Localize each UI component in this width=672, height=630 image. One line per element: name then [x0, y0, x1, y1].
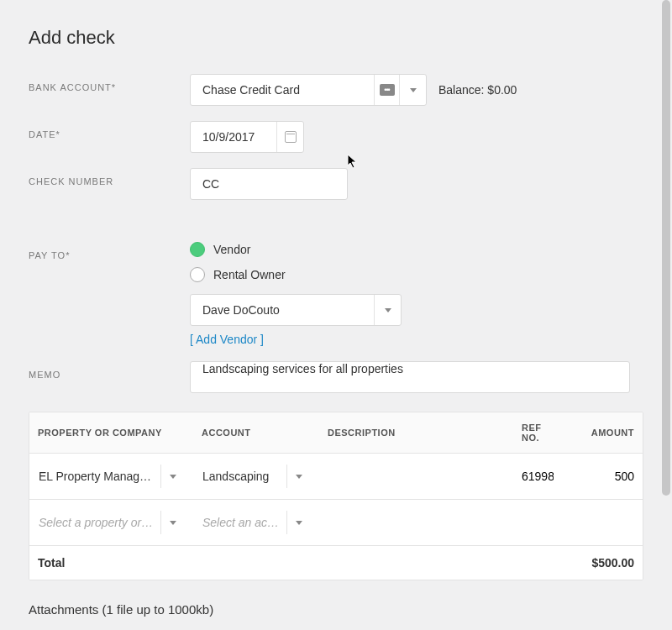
payee-select[interactable]: Dave DoCouto	[190, 294, 402, 326]
row1-property-value: EL Property Manage…	[39, 470, 155, 483]
label-date: DATE*	[29, 121, 190, 139]
label-check-number: CHECK NUMBER	[29, 168, 190, 186]
label-pay-to: PAY TO*	[29, 242, 190, 260]
radio-vendor[interactable]: Vendor	[190, 242, 402, 257]
th-ref: REF NO.	[513, 412, 562, 453]
row1-ref-input[interactable]	[522, 470, 554, 483]
row1-amount-input[interactable]	[570, 470, 634, 483]
row1-property-select[interactable]: EL Property Manage…	[38, 464, 185, 489]
label-bank-account: BANK ACCOUNT*	[29, 74, 190, 92]
bank-lookup-icon[interactable]	[374, 75, 399, 105]
bank-account-value: Chase Credit Card	[191, 83, 374, 97]
th-description: DESCRIPTION	[319, 412, 513, 453]
row2-description-input[interactable]	[328, 516, 505, 529]
row2-account-select[interactable]: Select an acc…	[202, 510, 311, 535]
table-row: Select a property or … Select an acc…	[29, 500, 643, 546]
row2-amount-input[interactable]	[570, 516, 634, 529]
row2-account-placeholder: Select an acc…	[202, 516, 281, 529]
row2-ref-input[interactable]	[522, 516, 554, 529]
check-number-field[interactable]	[202, 177, 335, 191]
th-account: ACCOUNT	[193, 412, 319, 453]
label-memo: MEMO	[29, 361, 190, 380]
date-input[interactable]: 10/9/2017	[190, 121, 304, 153]
check-number-input[interactable]	[190, 168, 348, 200]
line-items-table: PROPERTY OR COMPANY ACCOUNT DESCRIPTION …	[29, 412, 643, 580]
radio-vendor-label: Vendor	[213, 243, 250, 256]
radio-vendor-indicator	[190, 242, 205, 257]
calendar-icon[interactable]	[276, 122, 303, 152]
table-header: PROPERTY OR COMPANY ACCOUNT DESCRIPTION …	[29, 412, 643, 454]
chevron-down-icon[interactable]	[160, 511, 184, 534]
memo-input[interactable]	[190, 361, 630, 393]
table-row: EL Property Manage… Landscaping	[29, 454, 643, 500]
row2-property-placeholder: Select a property or …	[39, 516, 155, 529]
add-vendor-link[interactable]: [ Add Vendor ]	[190, 333, 402, 346]
label-text: PAY TO	[29, 250, 66, 260]
radio-rental-owner[interactable]: Rental Owner	[190, 267, 402, 282]
scrollbar-thumb[interactable]	[662, 0, 670, 496]
total-label: Total	[29, 546, 193, 580]
row1-description-input[interactable]	[328, 470, 505, 483]
memo-field[interactable]	[202, 362, 617, 375]
chevron-down-icon[interactable]	[399, 75, 426, 105]
total-value: $500.00	[562, 546, 643, 580]
radio-rental-owner-indicator	[190, 267, 205, 282]
chevron-down-icon[interactable]	[374, 295, 401, 325]
row1-account-select[interactable]: Landscaping	[202, 464, 311, 489]
row2-property-select[interactable]: Select a property or …	[38, 510, 185, 535]
scrollbar-track[interactable]	[660, 0, 672, 630]
th-property: PROPERTY OR COMPANY	[29, 412, 193, 453]
label-text: BANK ACCOUNT	[29, 82, 112, 92]
table-footer: Total $500.00	[29, 546, 643, 580]
page-title: Add check	[29, 27, 643, 49]
radio-rental-owner-label: Rental Owner	[213, 268, 286, 281]
chevron-down-icon[interactable]	[160, 465, 184, 488]
balance-label: Balance: $0.00	[438, 83, 517, 97]
chevron-down-icon[interactable]	[286, 511, 310, 534]
payee-value: Dave DoCouto	[191, 303, 374, 317]
label-text: DATE	[29, 129, 56, 139]
attachments-label: Attachments (1 file up to 1000kb)	[29, 602, 643, 617]
th-amount: AMOUNT	[562, 412, 643, 453]
row1-account-value: Landscaping	[202, 470, 281, 483]
bank-account-select[interactable]: Chase Credit Card	[190, 74, 427, 106]
chevron-down-icon[interactable]	[286, 465, 310, 488]
date-value: 10/9/2017	[191, 130, 276, 144]
